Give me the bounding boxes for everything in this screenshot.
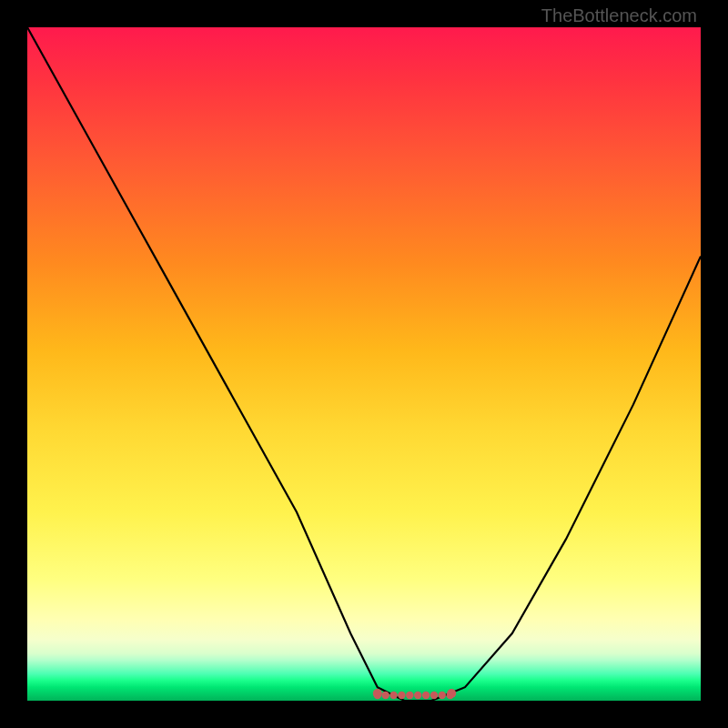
- svg-point-11: [447, 689, 456, 698]
- svg-point-6: [422, 692, 430, 699]
- svg-point-5: [414, 692, 421, 699]
- svg-point-10: [373, 689, 382, 698]
- svg-point-7: [430, 692, 438, 699]
- svg-point-4: [406, 692, 413, 699]
- svg-point-8: [439, 692, 446, 699]
- trough-highlight: [27, 27, 701, 701]
- svg-point-3: [398, 692, 405, 699]
- svg-point-2: [389, 692, 397, 699]
- svg-point-1: [382, 692, 389, 699]
- watermark-text: TheBottleneck.com: [541, 5, 697, 26]
- plot-area: [27, 27, 701, 701]
